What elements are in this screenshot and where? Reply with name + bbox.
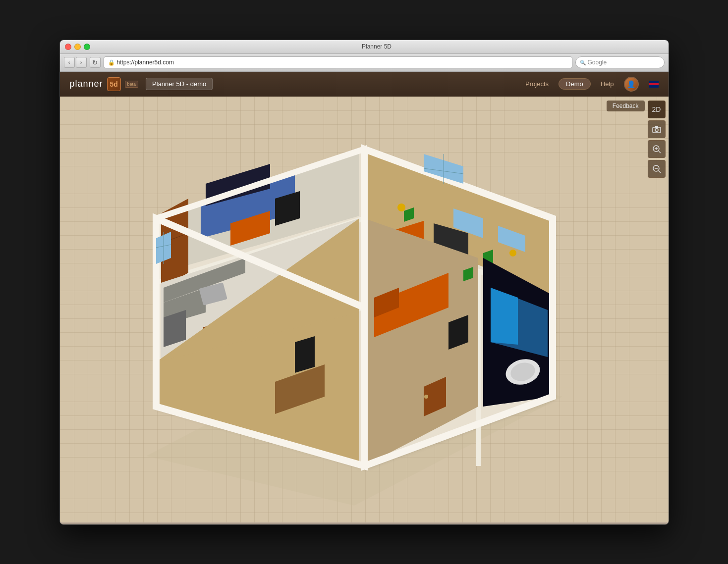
forward-button[interactable]: › — [76, 57, 87, 68]
svg-rect-2 — [655, 126, 658, 128]
url-text: https://planner5d.com — [117, 59, 568, 66]
zoom-out-button[interactable] — [648, 160, 666, 178]
logo-text: planner — [70, 79, 103, 89]
zoom-in-icon — [652, 145, 661, 154]
user-avatar[interactable]: 👤 — [624, 77, 639, 92]
header-nav: Projects Demo Help 👤 — [525, 77, 658, 92]
camera-button[interactable] — [648, 120, 666, 138]
lock-icon: 🔒 — [108, 59, 115, 66]
nav-demo[interactable]: Demo — [559, 78, 591, 90]
zoom-in-button[interactable] — [648, 140, 666, 158]
zoom-out-icon — [652, 164, 661, 173]
beta-tag: beta — [125, 81, 139, 88]
svg-rect-0 — [653, 127, 661, 133]
nav-projects[interactable]: Projects — [525, 80, 549, 88]
svg-line-6 — [659, 151, 661, 153]
search-bar[interactable]: 🔍 Google — [575, 56, 665, 68]
svg-point-1 — [655, 128, 658, 131]
window-bottom-bar — [60, 522, 669, 524]
maximize-button[interactable] — [84, 44, 90, 50]
search-placeholder: Google — [588, 59, 607, 66]
logo-area: planner 5d beta — [70, 77, 139, 91]
main-content: Feedback 2D — [60, 97, 669, 522]
svg-point-51 — [424, 395, 428, 399]
svg-line-9 — [659, 171, 661, 173]
nav-help[interactable]: Help — [601, 80, 614, 88]
logo-box: 5d — [107, 77, 121, 91]
close-button[interactable] — [65, 44, 71, 50]
floorplan-svg — [107, 119, 602, 515]
app-header: planner 5d beta Planner 5D - demo Projec… — [60, 72, 669, 97]
address-bar: ‹ › ↻ 🔒 https://planner5d.com 🔍 Google — [60, 54, 669, 72]
url-bar[interactable]: 🔒 https://planner5d.com — [104, 56, 572, 68]
svg-marker-44 — [295, 336, 315, 373]
svg-point-31 — [509, 250, 516, 256]
camera-icon — [652, 125, 661, 133]
floorplan-view[interactable] — [60, 97, 669, 522]
reload-button[interactable]: ↻ — [90, 57, 101, 68]
back-button[interactable]: ‹ — [64, 57, 75, 68]
search-icon: 🔍 — [580, 60, 586, 65]
window-title: Planner 5D — [90, 43, 664, 50]
nav-buttons: ‹ › — [64, 57, 87, 68]
traffic-lights — [65, 44, 90, 50]
project-name[interactable]: Planner 5D - demo — [146, 78, 213, 90]
svg-marker-54 — [491, 288, 518, 345]
mac-window: Planner 5D ‹ › ↻ 🔒 https://planner5d.com… — [59, 40, 669, 525]
right-toolbar: 2D — [648, 101, 666, 178]
feedback-button[interactable]: Feedback — [607, 101, 645, 111]
language-flag[interactable] — [649, 81, 659, 88]
svg-point-30 — [397, 204, 405, 211]
title-bar: Planner 5D — [60, 40, 669, 54]
minimize-button[interactable] — [74, 44, 81, 50]
view-2d-button[interactable]: 2D — [648, 101, 666, 118]
